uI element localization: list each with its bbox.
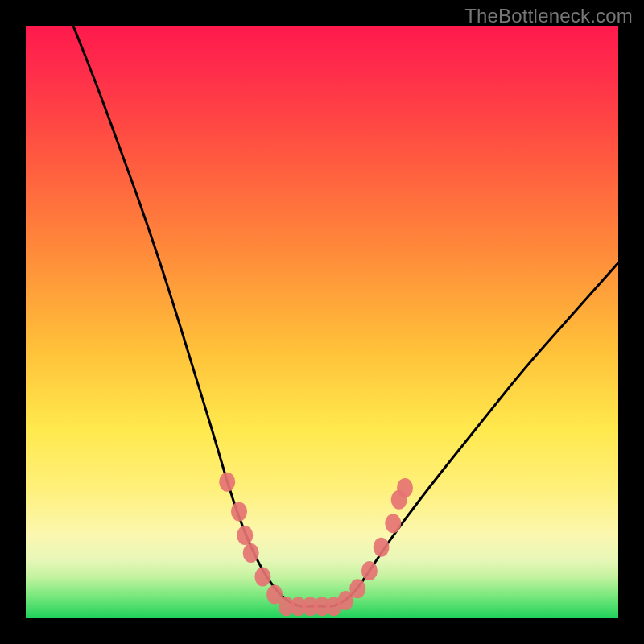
chart-frame: TheBottleneck.com xyxy=(0,0,644,644)
bottleneck-curve xyxy=(73,26,618,606)
attribution-label: TheBottleneck.com xyxy=(464,5,633,27)
marker-point xyxy=(397,478,413,497)
marker-point xyxy=(237,526,253,545)
marker-group xyxy=(219,473,413,617)
marker-point xyxy=(349,579,365,598)
chart-svg xyxy=(26,26,618,618)
marker-point xyxy=(231,502,247,522)
marker-point xyxy=(385,514,401,533)
marker-point xyxy=(374,538,390,557)
marker-point xyxy=(243,543,259,563)
marker-point xyxy=(254,568,270,587)
marker-point xyxy=(219,473,235,492)
marker-point xyxy=(361,561,378,580)
plot-area xyxy=(26,26,618,618)
